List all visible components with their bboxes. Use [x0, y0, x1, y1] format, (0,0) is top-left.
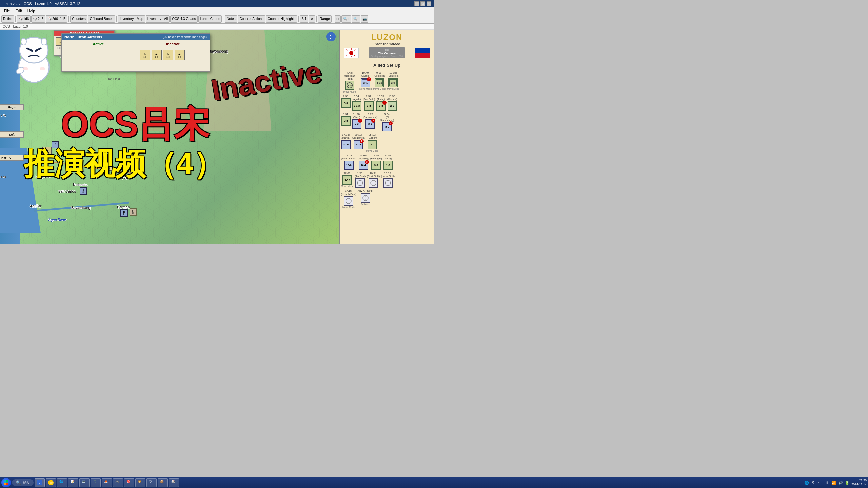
minimize-button[interactable]: ─ [414, 1, 419, 6]
unit-label-1015: 10.15:(Lauer Field) [381, 172, 395, 178]
unit-counter-742[interactable]: 1-5 [345, 81, 354, 90]
unit-counter-534[interactable]: 3-1 3 [352, 101, 361, 111]
unit-counter-1128[interactable]: 3-3 2 [352, 119, 361, 129]
left-panel-bottom[interactable]: Right V [0, 155, 24, 161]
unit-label-2510: 25.10:(Lucban) [368, 134, 377, 140]
retire-label: Retire [3, 17, 12, 21]
counter-highlights-button[interactable]: Counter Highlights [266, 15, 297, 23]
unit-label-2207: 22.07:(Tiaong) [383, 154, 392, 160]
menu-file[interactable]: File [1, 8, 13, 14]
unit-counter-924[interactable]: 3-6 2 [382, 122, 392, 131]
unit-counter-2510[interactable]: 2-5 [368, 140, 377, 149]
zoom-in-button[interactable]: 🔍+ [341, 15, 351, 23]
ratio-button[interactable]: 3:1 [300, 15, 308, 23]
unit-counter-1909[interactable]: 10-0 [344, 161, 354, 170]
unit-counter-1040[interactable]: 2⁻1 2 [361, 78, 370, 87]
notes-button[interactable]: Notes [225, 15, 237, 23]
retire-button[interactable]: Retire [1, 15, 14, 23]
unit-counter-1627[interactable]: 3-3 2 [365, 119, 375, 129]
zoom-out-button[interactable]: 🔍- [352, 15, 360, 23]
unit-counter-126[interactable] [355, 178, 365, 188]
unit-counter-2807[interactable]: 1-0 5 [342, 175, 352, 185]
dialog-title-bar[interactable]: North Luzon Airfields (25 hexes from Nor… [62, 34, 210, 40]
svg-point-7 [41, 38, 47, 45]
maximize-button[interactable]: □ [420, 1, 425, 6]
unit-mode-1040: Move Mode [359, 88, 372, 90]
x-button[interactable]: ✕ [309, 15, 315, 23]
toolbar-separator [15, 16, 16, 22]
toolbar-separator2 [68, 16, 69, 22]
unit-counter-2010[interactable]: 12-4 2 [354, 140, 363, 149]
air-unit-3[interactable]: ✈1-2 [163, 50, 173, 60]
coord-135: 1.35 [1, 176, 6, 179]
unit-counter-938[interactable]: 1-10 [375, 78, 384, 87]
luzon-charts-button[interactable]: Luzon Charts [198, 15, 222, 23]
menu-help[interactable]: Help [25, 8, 38, 14]
air-unit-1[interactable]: ✈1-1 [140, 50, 150, 60]
toolbar: Retire 🎲 1d6 🎲 2d6 🎲 2d6+1d6 Counters Of… [0, 14, 434, 24]
map-counter-3[interactable]: 810 [130, 208, 137, 216]
unit-counter-1716[interactable]: 10-0 [341, 140, 351, 149]
left-panel-top[interactable]: Ueg... [0, 104, 24, 110]
1d6-button[interactable]: 🎲 1d6 [17, 15, 31, 23]
inventory-map-button[interactable]: Inventory - Map [118, 15, 145, 23]
2d6plus1d6-button[interactable]: 🎲 2d6+1d6 [46, 15, 67, 23]
unit-block-1024: 10.24:(Clark Field) [367, 172, 380, 188]
range-button[interactable]: Range [318, 15, 331, 23]
unit-label-938: 9.38:(Bontotoc) [374, 72, 385, 78]
titlebar: luzon.vsav - OCS - Luzon 1.0 - VASSAL 3.… [0, 0, 434, 7]
unit-counter-1335[interactable]: 3-3 r [376, 101, 386, 111]
unit-block-1015: 10.15:(Lauer Field) [381, 172, 395, 188]
unit-block-1133: 11.33:(Carmen) 2-3 [387, 95, 397, 111]
counter-actions-label: Counter Actions [239, 17, 263, 21]
unit-counter-1035[interactable]: 2-5 [388, 78, 398, 87]
active-col-title: Active [64, 42, 133, 47]
unit-counter-1133[interactable]: 2-3 [388, 101, 397, 111]
unit-counter-airstrip[interactable] [361, 193, 370, 203]
svg-point-11 [23, 67, 28, 70]
unit-label-1024: 10.24:(Clark Field) [367, 172, 380, 178]
map-area[interactable]: Bauang Bayombong Lingayen Urdaneta Tayug… [0, 30, 339, 244]
menu-edit[interactable]: Edit [13, 8, 25, 14]
2d6-button[interactable]: 🎲 2d6 [31, 15, 45, 23]
range-label: Range [320, 17, 330, 21]
main-area: Bauang Bayombong Lingayen Urdaneta Tayug… [0, 30, 434, 244]
zoom-fit-button[interactable]: ⊡ [335, 15, 341, 23]
unit-block-1307: 13.07:(Batangas) 3-3 [370, 154, 382, 170]
left-panel-mid[interactable]: Left [0, 131, 24, 138]
unit-counter-2207[interactable]: 1-3 [383, 161, 393, 170]
camera-button[interactable]: 📷 [361, 15, 368, 23]
active-units [64, 49, 133, 69]
unit-counter-1015[interactable] [383, 178, 393, 188]
counter-actions-button[interactable]: Counter Actions [238, 15, 265, 23]
counters-button[interactable]: Counters [70, 15, 87, 23]
unit-counter-736[interactable]: 3-3 [341, 98, 351, 108]
breadcrumb-text: OCS - Luzon 1.0 [3, 25, 28, 28]
unit-counter-734[interactable]: 3-3 [364, 101, 374, 111]
unit-counter-1024[interactable] [369, 178, 378, 188]
unit-mode-2510: Move Mode [366, 150, 379, 152]
label-bayombong: Bayombong [209, 49, 228, 53]
unit-badge-1609: 3 [365, 160, 369, 164]
unit-counter-831[interactable]: 3-3 [341, 116, 351, 126]
unit-counter-1307[interactable]: 3-3 [371, 161, 381, 170]
1d6-label: 1d6 [23, 17, 29, 21]
map-counter-2[interactable]: 124 [120, 209, 128, 217]
ocs-charts-label: OCS 4.3 Charts [172, 17, 196, 21]
unit-counter-1609[interactable]: 20 4 3 [359, 161, 368, 170]
unit-badge-1040: 2 [367, 77, 371, 81]
close-button[interactable]: ✕ [427, 1, 431, 6]
airfield-dialog: North Luzon Airfields (25 hexes from Nor… [61, 33, 210, 72]
unit-counter-1715[interactable] [344, 196, 353, 206]
unit-label-2807: 28.07: [343, 172, 351, 175]
ocs-charts-button[interactable]: OCS 4.3 Charts [170, 15, 198, 23]
unit-mode-938: Move Mode [373, 88, 386, 90]
air-unit-2[interactable]: ✈2-2 [152, 50, 162, 60]
inventory-all-button[interactable]: Inventory - All [146, 15, 170, 23]
air-unit-4[interactable]: ✈0-2 [175, 50, 185, 60]
offboard-button[interactable]: Offboard Boxes [88, 15, 115, 23]
map-counter-1[interactable]: ⊙2 [80, 187, 87, 195]
unit-mode-1035: Move Mode [387, 88, 399, 90]
window-controls[interactable]: ─ □ ✕ [414, 1, 431, 6]
label-aguilar: Aguilar [30, 204, 41, 208]
